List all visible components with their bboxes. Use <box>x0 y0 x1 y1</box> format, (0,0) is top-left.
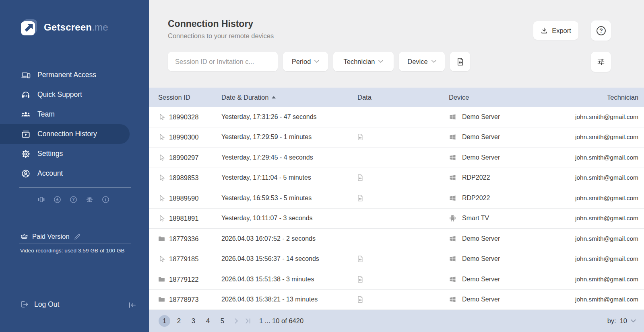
device-name: Demo Server <box>462 154 500 161</box>
next-page-icon[interactable] <box>235 318 238 324</box>
date-duration: Yesterday, 17:29:45 - 4 seconds <box>221 154 313 161</box>
device-name: Smart TV <box>462 215 489 222</box>
table-row[interactable]: 18990297 Yesterday, 17:29:45 - 4 seconds… <box>149 148 644 168</box>
technician-filter-dropdown[interactable]: Technician <box>333 52 394 71</box>
table-row[interactable]: 18778973 2026.04.03 15:38:21 - 13 minute… <box>149 290 644 310</box>
sidebar-nav: Permanent Access Quick Support Team Conn… <box>0 65 149 183</box>
recording-file-icon[interactable] <box>357 255 364 263</box>
sidebar-item-connection-history[interactable]: Connection History <box>0 124 130 144</box>
page-subtitle: Connections to your remote devices <box>168 32 274 40</box>
technician-email: john.smith@gmail.com <box>575 133 638 141</box>
technician-email: john.smith@gmail.com <box>575 276 638 283</box>
device-name: Demo Server <box>462 255 500 262</box>
folder-icon <box>158 296 165 303</box>
collapse-sidebar-icon[interactable] <box>127 301 137 309</box>
sidebar-item-label: Team <box>37 110 55 119</box>
sidebar-item-settings[interactable]: Settings <box>0 144 149 164</box>
sidebar-item-account[interactable]: Account <box>0 164 149 183</box>
session-id: 18989853 <box>169 174 198 182</box>
recordings-filter-button[interactable] <box>450 52 470 71</box>
page-button-4[interactable]: 4 <box>202 315 214 327</box>
sidebar-divider <box>19 187 131 188</box>
sidebar-item-label: Account <box>37 169 63 178</box>
windows-icon <box>449 113 456 121</box>
column-header-session-id: Session ID <box>158 88 190 107</box>
folder-icon <box>158 235 165 242</box>
edit-plan-icon[interactable] <box>74 233 81 240</box>
session-id: 18779336 <box>169 235 198 242</box>
chevron-down-icon <box>378 60 383 63</box>
sidebar-utility-icons: ? <box>37 195 110 204</box>
table-row[interactable]: 18989853 Yesterday, 17:11:04 - 5 minutes… <box>149 168 644 189</box>
table-row[interactable]: 18981891 Yesterday, 10:11:07 - 3 seconds… <box>149 209 644 229</box>
table-row[interactable]: 18990328 Yesterday, 17:31:26 - 47 second… <box>149 107 644 127</box>
logout-label: Log Out <box>34 300 59 309</box>
sidebar-item-quick-support[interactable]: Quick Support <box>0 85 149 105</box>
date-duration: 2026.04.03 15:38:21 - 13 minutes <box>221 296 318 303</box>
period-filter-dropdown[interactable]: Period <box>283 52 328 71</box>
account-icon <box>21 169 31 178</box>
column-header-technician: Technician <box>607 88 638 107</box>
cursor-icon <box>158 133 165 141</box>
windows-icon <box>449 133 456 141</box>
table-settings-button[interactable] <box>591 52 611 72</box>
download-circle-icon[interactable] <box>53 195 62 204</box>
date-duration: 2026.04.03 16:07:52 - 2 seconds <box>221 235 316 242</box>
windows-icon <box>449 154 456 161</box>
date-duration: Yesterday, 17:31:26 - 47 seconds <box>221 113 317 121</box>
recording-file-icon[interactable] <box>357 194 364 202</box>
table-row[interactable]: 18779336 2026.04.03 16:07:52 - 2 seconds… <box>149 229 644 249</box>
table-row[interactable]: 18779185 2026.04.03 15:56:37 - 14 second… <box>149 249 644 270</box>
storage-usage-text: Video recordings: used 3.59 GB of 100 GB <box>20 248 125 254</box>
help-circle-icon[interactable]: ? <box>69 195 78 204</box>
app-logo[interactable]: Getscreen.me <box>20 18 108 36</box>
table-row[interactable]: 18990300 Yesterday, 17:29:59 - 1 minutes… <box>149 127 644 148</box>
page-button-2[interactable]: 2 <box>173 315 185 327</box>
page-button-1[interactable]: 1 <box>159 315 170 327</box>
recording-file-icon[interactable] <box>357 295 364 303</box>
folder-icon <box>158 275 165 283</box>
bug-icon[interactable] <box>85 195 94 204</box>
recording-file-icon[interactable] <box>357 174 364 182</box>
pagination-bar: 12345 1 ... 10 of 6420 by: 10 <box>149 310 644 332</box>
device-name: Demo Server <box>462 235 500 242</box>
cursor-icon <box>158 174 165 182</box>
export-button[interactable]: Export <box>533 21 578 40</box>
device-name: Demo Server <box>462 296 500 303</box>
device-name: RDP2022 <box>462 174 490 181</box>
technician-filter-label: Technician <box>344 58 375 66</box>
device-filter-dropdown[interactable]: Device <box>399 52 445 71</box>
connection-history-icon <box>21 129 31 139</box>
page-button-3[interactable]: 3 <box>188 315 199 327</box>
date-duration: Yesterday, 16:59:53 - 5 minutes <box>221 195 312 202</box>
session-id: 18981891 <box>169 215 198 222</box>
sidebar-item-permanent-access[interactable]: Permanent Access <box>0 65 149 85</box>
date-duration: 2026.04.03 15:56:37 - 14 seconds <box>221 255 319 262</box>
per-page-select[interactable]: by: 10 <box>607 317 636 325</box>
svg-text:?: ? <box>72 197 74 202</box>
recording-file-icon[interactable] <box>357 275 364 283</box>
chevron-down-icon <box>631 319 636 323</box>
search-input[interactable] <box>168 52 278 71</box>
info-circle-icon[interactable] <box>101 195 110 204</box>
logout-button[interactable]: Log Out <box>20 300 59 309</box>
page-button-5[interactable]: 5 <box>217 315 228 327</box>
session-id: 18990300 <box>169 133 198 141</box>
app-title: Getscreen.me <box>44 22 108 33</box>
session-id: 18989590 <box>169 194 198 202</box>
recording-file-icon[interactable] <box>357 133 364 141</box>
last-page-icon[interactable] <box>246 318 251 324</box>
carousel-icon[interactable] <box>37 195 45 204</box>
technician-email: john.smith@gmail.com <box>575 296 638 303</box>
technician-email: john.smith@gmail.com <box>575 235 638 242</box>
column-header-date-duration[interactable]: Date & Duration <box>221 88 276 107</box>
sidebar-item-team[interactable]: Team <box>0 105 149 124</box>
help-button[interactable]: ? <box>591 20 611 41</box>
table-row[interactable]: 18989590 Yesterday, 16:59:53 - 5 minutes… <box>149 188 644 209</box>
cursor-icon <box>158 113 165 121</box>
table-row[interactable]: 18779122 2026.04.03 15:51:38 - 3 minutes… <box>149 269 644 290</box>
page-title: Connection History <box>168 18 253 29</box>
sidebar: Getscreen.me Permanent Access Quick Supp… <box>0 0 149 332</box>
android-icon <box>449 215 456 222</box>
device-filter-label: Device <box>407 58 427 66</box>
